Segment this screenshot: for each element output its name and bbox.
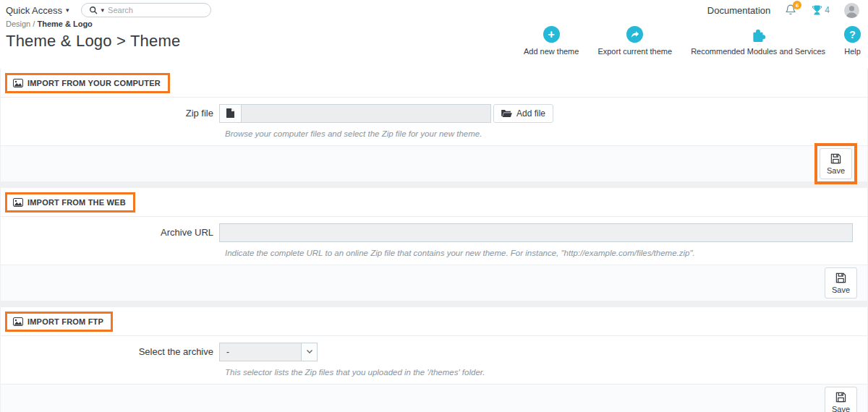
page-title: Theme & Logo > Theme — [6, 32, 180, 51]
toolbar-item-label: Recommended Modules and Services — [691, 47, 825, 56]
quick-access-menu[interactable]: Quick Access ▾ — [6, 5, 69, 16]
breadcrumb: Design / Theme & Logo — [6, 20, 180, 28]
save-label: Save — [832, 286, 850, 294]
panel-header: IMPORT FROM YOUR COMPUTER — [1, 69, 867, 98]
export-arrow-icon — [626, 26, 643, 43]
caret-down-icon: ▾ — [66, 7, 69, 14]
search-icon — [89, 6, 98, 14]
search-scope-caret-icon[interactable]: ▾ — [101, 7, 105, 14]
highlight-box: IMPORT FROM THE WEB — [5, 192, 135, 213]
breadcrumb-section[interactable]: Design — [6, 20, 30, 28]
panel-import-web: IMPORT FROM THE WEB Archive URL Indicate… — [0, 188, 868, 301]
floppy-icon — [835, 272, 846, 283]
archive-url-label: Archive URL — [1, 227, 219, 238]
select-archive-label: Select the archive — [1, 346, 219, 357]
avatar[interactable] — [844, 3, 859, 18]
toolbar-item-label: Help — [844, 47, 861, 56]
breadcrumb-current: Theme & Logo — [37, 20, 92, 28]
toolbar-item-label: Add new theme — [524, 47, 579, 56]
toolbar-item-label: Export current theme — [597, 47, 672, 56]
add-file-button[interactable]: Add file — [493, 104, 553, 123]
archive-select-value: - — [220, 343, 301, 361]
panel-body: Zip file Add file Browse your computer f… — [1, 98, 867, 145]
zip-file-input[interactable] — [241, 104, 491, 123]
panel-header: IMPORT FROM FTP — [1, 307, 867, 336]
panel-title: IMPORT FROM YOUR COMPUTER — [27, 79, 161, 87]
panel-footer: Save — [1, 145, 867, 181]
achievement-count: 4 — [825, 5, 830, 15]
notifications-button[interactable]: 6 — [785, 4, 797, 17]
quick-access-label: Quick Access — [6, 5, 62, 16]
header-toolbar: + Add new theme Export current theme Rec… — [524, 20, 862, 69]
notification-badge: 6 — [793, 1, 801, 9]
panel-body: Archive URL Indicate the complete URL to… — [1, 217, 867, 265]
select-archive-help: This selector lists the Zip files that y… — [225, 368, 853, 377]
panel-import-ftp: IMPORT FROM FTP Select the archive - Thi… — [0, 307, 868, 412]
picture-icon — [13, 198, 23, 207]
zip-file-input-group: Add file — [219, 104, 553, 123]
add-file-label: Add file — [516, 108, 545, 119]
plus-circle-icon: + — [543, 26, 560, 43]
save-label: Save — [827, 166, 845, 175]
folder-open-icon — [501, 109, 512, 117]
archive-url-input[interactable] — [219, 223, 853, 242]
export-current-theme-button[interactable]: Export current theme — [597, 26, 672, 56]
chevron-down-icon — [301, 343, 317, 361]
topbar-right: Documentation 6 4 — [707, 3, 859, 18]
zip-file-help: Browse your computer files and select th… — [225, 129, 853, 138]
highlight-box: Save — [814, 143, 857, 184]
floppy-icon — [830, 153, 841, 164]
help-button[interactable]: ? Help — [844, 26, 861, 56]
search-bar[interactable]: ▾ — [81, 3, 211, 17]
page-header: Design / Theme & Logo Theme & Logo > The… — [0, 17, 868, 69]
panel-header: IMPORT FROM THE WEB — [1, 188, 867, 217]
trophy-icon — [812, 5, 822, 15]
save-label: Save — [832, 405, 850, 412]
add-new-theme-button[interactable]: + Add new theme — [524, 26, 579, 56]
highlight-box: IMPORT FROM FTP — [5, 312, 113, 332]
help-icon: ? — [844, 26, 861, 43]
picture-icon — [13, 317, 23, 326]
achievements-button[interactable]: 4 — [812, 5, 830, 15]
save-button[interactable]: Save — [825, 387, 857, 412]
main-content: IMPORT FROM YOUR COMPUTER Zip file Add f… — [0, 69, 868, 412]
save-button[interactable]: Save — [825, 267, 857, 299]
puzzle-icon — [750, 26, 766, 43]
panel-footer: Save — [1, 265, 867, 301]
panel-body: Select the archive - This selector lists… — [1, 336, 867, 384]
panel-title: IMPORT FROM FTP — [27, 317, 103, 326]
file-icon — [219, 104, 241, 123]
panel-import-computer: IMPORT FROM YOUR COMPUTER Zip file Add f… — [0, 69, 868, 181]
highlight-box: IMPORT FROM YOUR COMPUTER — [5, 73, 170, 93]
zip-file-label: Zip file — [1, 108, 219, 119]
floppy-icon — [835, 392, 846, 403]
panel-footer: Save — [1, 384, 867, 412]
breadcrumb-separator: / — [33, 20, 35, 28]
save-button[interactable]: Save — [820, 148, 852, 179]
archive-url-help: Indicate the complete URL to an online Z… — [225, 249, 853, 257]
documentation-link[interactable]: Documentation — [707, 5, 770, 16]
person-icon — [844, 3, 859, 18]
top-bar: Quick Access ▾ ▾ Documentation 6 4 — [0, 0, 868, 17]
recommended-modules-button[interactable]: Recommended Modules and Services — [691, 26, 825, 56]
search-input[interactable] — [108, 6, 210, 14]
picture-icon — [13, 79, 23, 87]
panel-title: IMPORT FROM THE WEB — [27, 198, 126, 207]
archive-select[interactable]: - — [219, 343, 318, 361]
